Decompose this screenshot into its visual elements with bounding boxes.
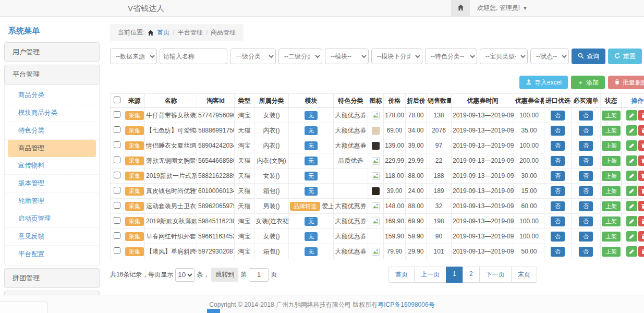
edit-button[interactable] (626, 125, 637, 136)
home-button[interactable] (451, 0, 470, 16)
delete-button[interactable] (638, 125, 644, 136)
delete-button[interactable] (638, 246, 644, 257)
filter-select-2[interactable]: 一级分类 (230, 49, 276, 64)
filter-select-0[interactable]: --数据来源-- (110, 49, 157, 64)
breadcrumb-home-link[interactable]: 首页 (157, 28, 169, 37)
must-buy-toggle[interactable]: 否 (579, 186, 593, 196)
edit-button[interactable] (626, 171, 637, 181)
pager-link-1[interactable]: 1 (446, 267, 463, 283)
import-select-toggle[interactable]: 否 (551, 201, 565, 211)
import-select-toggle[interactable]: 否 (551, 247, 565, 257)
status-badge[interactable]: 上架 (602, 201, 621, 211)
page-number-input[interactable] (249, 268, 269, 282)
sidebar-item-启动页管理[interactable]: 启动页管理 (5, 210, 99, 228)
filter-select-6[interactable]: --特色分类-- (425, 49, 477, 64)
pager-link-2[interactable]: 2 (463, 267, 480, 283)
delete-button[interactable] (638, 171, 644, 181)
row-checkbox[interactable] (114, 156, 120, 163)
row-checkbox[interactable] (114, 187, 120, 194)
status-badge[interactable]: 上架 (602, 186, 621, 196)
edit-button[interactable] (626, 110, 637, 121)
import-select-toggle[interactable]: 否 (551, 216, 565, 226)
delete-button[interactable] (638, 155, 644, 166)
must-buy-toggle[interactable]: 否 (579, 201, 593, 211)
user-menu[interactable]: 欢迎您, 管理员! ▼ (470, 0, 535, 16)
search-name-input[interactable] (160, 49, 227, 64)
pager-link-上一页[interactable]: 上一页 (414, 267, 446, 283)
filter-select-8[interactable]: --状态-- (530, 49, 569, 64)
status-badge[interactable]: 上架 (602, 216, 621, 226)
sidebar-panel-拼团管理[interactable]: 拼团管理 (4, 268, 100, 288)
reset-button[interactable]: 重置 (608, 49, 642, 64)
row-checkbox[interactable] (114, 217, 120, 224)
sidebar-item-商品分类[interactable]: 商品分类 (5, 87, 99, 104)
per-page-select[interactable]: 10 (175, 268, 195, 282)
delete-button[interactable] (638, 140, 644, 151)
sidebar-item-商品管理[interactable]: 商品管理 (8, 140, 96, 157)
must-buy-toggle[interactable]: 否 (579, 216, 593, 226)
must-buy-toggle[interactable]: 否 (579, 141, 593, 151)
status-badge[interactable]: 上架 (602, 111, 621, 121)
edit-button[interactable] (626, 155, 637, 166)
filter-select-3[interactable]: --二级分类-- (278, 49, 322, 64)
row-checkbox[interactable] (114, 247, 120, 254)
import-excel-button[interactable]: 导入excel (519, 76, 568, 89)
must-buy-toggle[interactable]: 否 (579, 111, 593, 121)
sidebar-panel-省惠快报[interactable]: 省惠快报 (4, 291, 100, 295)
edit-button[interactable] (626, 140, 637, 151)
edit-button[interactable] (626, 186, 637, 196)
must-buy-toggle[interactable]: 否 (579, 232, 593, 242)
edit-button[interactable] (626, 231, 637, 242)
delete-button[interactable] (638, 231, 644, 242)
import-select-toggle[interactable]: 否 (551, 171, 565, 181)
sidebar-item-宣传物料[interactable]: 宣传物料 (5, 157, 99, 175)
import-select-toggle[interactable]: 否 (551, 156, 565, 166)
filter-select-5[interactable]: --模块下分类-- (371, 49, 422, 64)
filter-select-4[interactable]: --模块-- (325, 49, 369, 64)
sidebar-item-版本管理[interactable]: 版本管理 (5, 175, 99, 192)
filter-select-7[interactable]: --宝贝类型-- (480, 49, 528, 64)
row-checkbox[interactable] (114, 111, 120, 118)
status-badge[interactable]: 上架 (602, 141, 621, 151)
import-select-toggle[interactable]: 否 (551, 186, 565, 196)
pager-link-下一页[interactable]: 下一页 (479, 267, 512, 283)
status-badge[interactable]: 上架 (602, 247, 621, 257)
edit-button[interactable] (626, 246, 637, 257)
batch-delete-button[interactable]: 批量删除 (608, 76, 644, 89)
add-button[interactable]: ＋ 添加 (571, 76, 605, 89)
delete-button[interactable] (638, 201, 644, 211)
import-select-toggle[interactable]: 否 (551, 141, 565, 151)
import-select-toggle[interactable]: 否 (551, 232, 565, 242)
import-select-toggle[interactable]: 否 (551, 126, 565, 136)
status-badge[interactable]: 上架 (602, 126, 621, 136)
status-badge[interactable]: 上架 (602, 232, 621, 242)
edit-button[interactable] (626, 201, 637, 211)
must-buy-toggle[interactable]: 否 (579, 156, 593, 166)
pager-link-末页[interactable]: 末页 (511, 267, 537, 283)
status-badge[interactable]: 上架 (602, 156, 621, 166)
row-checkbox[interactable] (114, 172, 120, 178)
sidebar-panel-平台管理[interactable]: 平台管理 (4, 65, 100, 85)
must-buy-toggle[interactable]: 否 (579, 247, 593, 257)
must-buy-toggle[interactable]: 否 (579, 126, 593, 136)
pager-link-首页[interactable]: 首页 (388, 267, 415, 283)
jump-button[interactable]: 跳转到 (211, 268, 238, 282)
sidebar-item-意见反馈[interactable]: 意见反馈 (5, 228, 99, 246)
row-checkbox[interactable] (114, 202, 120, 209)
query-button[interactable]: 查询 (572, 49, 605, 64)
row-checkbox[interactable] (114, 126, 120, 133)
edit-button[interactable] (626, 216, 637, 226)
icp-link[interactable]: 粤ICP备16098006号 (378, 301, 434, 308)
sidebar-panel-用户管理[interactable]: 用户管理 (4, 42, 100, 62)
import-select-toggle[interactable]: 否 (551, 111, 565, 121)
status-badge[interactable]: 上架 (602, 171, 621, 181)
delete-button[interactable] (638, 216, 644, 226)
delete-button[interactable] (638, 110, 644, 121)
sidebar-item-平台配置[interactable]: 平台配置 (5, 246, 99, 263)
must-buy-toggle[interactable]: 否 (579, 171, 593, 181)
sidebar-item-轮播管理[interactable]: 轮播管理 (5, 192, 99, 210)
row-checkbox[interactable] (114, 232, 120, 239)
sidebar-item-模块商品分类[interactable]: 模块商品分类 (5, 104, 99, 122)
row-checkbox[interactable] (114, 141, 120, 148)
delete-button[interactable] (638, 186, 644, 196)
